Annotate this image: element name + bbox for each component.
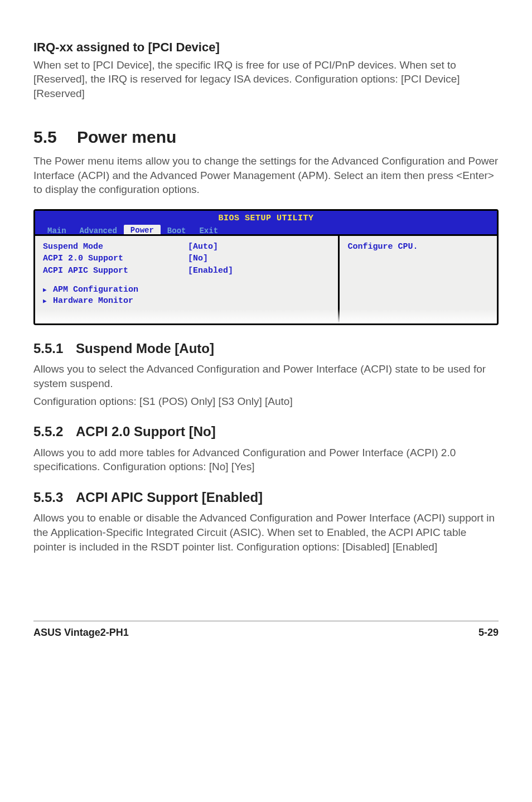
sub2-body: Allows you to add more tables for Advanc… [33,446,499,474]
bios-submenu-item: ▶APM Configuration [43,284,330,296]
submenu-arrow-icon: ▶ [43,286,53,294]
bios-value-suspend: [Auto] [188,241,330,253]
page-footer: ASUS Vintage2-PH1 5-29 [33,621,499,639]
bios-submenu-item: ▶Hardware Monitor [43,296,330,307]
sub1-num: 5.5.1 [33,340,76,357]
section-heading: 5.5Power menu [33,126,499,149]
bios-row: ACPI APIC Support [Enabled] [43,265,330,277]
sub1-title: Suspend Mode [Auto] [76,341,214,356]
bios-value-acpiapic: [Enabled] [188,265,330,277]
section-title: Power menu [77,128,176,146]
sub2-num: 5.5.2 [33,423,76,441]
bios-right-pane: Configure CPU. [340,234,497,323]
bios-submenu-apm: APM Configuration [53,285,138,294]
sub2-title: ACPI 2.0 Support [No] [76,424,216,439]
sub3-num: 5.5.3 [33,489,76,506]
bios-body: Suspend Mode [Auto] ACPI 2.0 Support [No… [35,234,497,323]
bios-label-suspend: Suspend Mode [43,241,188,253]
submenu-arrow-icon: ▶ [43,297,53,306]
sub1-heading: 5.5.1Suspend Mode [Auto] [33,340,499,357]
bios-help-text: Configure CPU. [347,241,489,253]
sub2-heading: 5.5.2ACPI 2.0 Support [No] [33,423,499,441]
sub3-title: ACPI APIC Support [Enabled] [76,490,263,505]
bios-screenshot: BIOS SETUP UTILITY Main Advanced Power B… [33,209,499,325]
bios-value-acpi20: [No] [188,253,330,264]
bios-title: BIOS SETUP UTILITY [41,213,491,224]
bios-row: Suspend Mode [Auto] [43,241,330,253]
bios-row: ACPI 2.0 Support [No] [43,253,330,264]
bios-submenu-hw: Hardware Monitor [53,296,133,306]
bios-label-acpi20: ACPI 2.0 Support [43,253,188,264]
irq-body: When set to [PCI Device], the specific I… [33,58,499,101]
heading-irq: IRQ-xx assigned to [PCI Device] [33,39,499,56]
sub1-body1: Allows you to select the Advanced Config… [33,362,499,390]
section-intro: The Power menu items allow you to change… [33,154,499,197]
footer-left: ASUS Vintage2-PH1 [33,626,129,639]
sub3-heading: 5.5.3ACPI APIC Support [Enabled] [33,489,499,506]
sub3-body: Allows you to enable or disable the Adva… [33,511,499,554]
bios-header: BIOS SETUP UTILITY Main Advanced Power B… [35,211,497,234]
bios-label-acpiapic: ACPI APIC Support [43,265,188,277]
bios-submenu-block: ▶APM Configuration ▶Hardware Monitor [43,284,330,307]
bios-left-pane: Suspend Mode [Auto] ACPI 2.0 Support [No… [35,234,340,323]
sub1-body2: Configuration options: [S1 (POS) Only] [… [33,394,499,409]
footer-right: 5-29 [478,626,499,639]
section-number: 5.5 [33,126,77,149]
